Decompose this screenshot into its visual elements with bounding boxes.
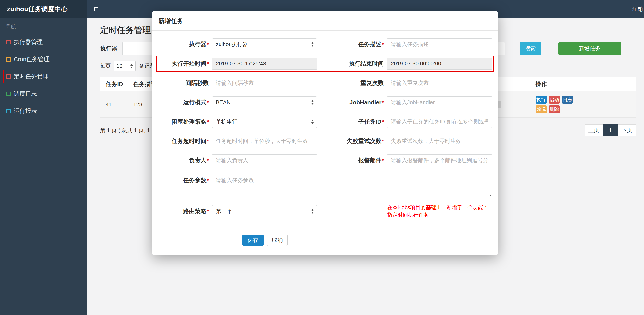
sidebar-item-label: Cron任务管理 xyxy=(14,55,50,63)
form-row-timeout-retry: 任务超时时间* 失败重试次数* xyxy=(158,135,492,147)
prev-page-button[interactable]: 上页 xyxy=(585,124,603,136)
select-caret-icon xyxy=(311,120,314,124)
end-time-input[interactable] xyxy=(387,58,492,70)
run-mode-label: 运行模式* xyxy=(158,99,209,106)
modal-footer: 保存 取消 xyxy=(152,229,498,255)
task-desc-input[interactable] xyxy=(387,38,492,50)
start-button[interactable]: 启动 xyxy=(549,96,560,104)
col-header-actions: 操作 xyxy=(530,80,636,88)
repeat-count-input[interactable] xyxy=(387,77,492,89)
alarm-email-label: 报警邮件* xyxy=(320,157,384,164)
repeat-count-label: 重复次数 xyxy=(320,79,384,87)
job-params-textarea[interactable] xyxy=(212,174,492,196)
per-page-select[interactable]: 10 xyxy=(114,61,136,71)
form-row-job-params: 任务参数* xyxy=(158,174,492,196)
nav-section-label: 导航 xyxy=(0,18,87,34)
executor-filter-label: 执行器 xyxy=(100,45,118,53)
executor-label: 执行器* xyxy=(158,41,209,48)
retry-count-input[interactable] xyxy=(387,135,492,147)
alarm-email-input[interactable] xyxy=(387,154,492,166)
edit-button[interactable]: 编辑 xyxy=(536,105,547,113)
sidebar-item-label: 调度日志 xyxy=(14,90,37,98)
child-job-input[interactable] xyxy=(387,116,492,128)
interval-label: 间隔秒数 xyxy=(158,79,209,87)
logout-link[interactable]: 注销 xyxy=(632,6,644,13)
job-params-label: 任务参数* xyxy=(158,176,209,184)
start-time-input[interactable] xyxy=(212,58,317,70)
save-button[interactable]: 保存 xyxy=(242,234,264,246)
next-page-button[interactable]: 下页 xyxy=(618,124,636,136)
sidebar-item-cron-task-manage[interactable]: Cron任务管理 xyxy=(0,51,87,68)
timeout-label: 任务超时时间* xyxy=(158,137,209,145)
brand-title: zuihou任务调度中心 xyxy=(0,0,87,18)
end-time-label: 执行结束时间 xyxy=(320,60,384,68)
form-row-block-childjob: 阻塞处理策略* 单机串行 子任务ID* xyxy=(158,116,492,128)
square-icon xyxy=(6,57,11,62)
form-row-interval-repeat: 间隔秒数 重复次数 xyxy=(158,77,492,89)
delete-button[interactable]: 删除 xyxy=(549,105,560,113)
jobhandler-input[interactable] xyxy=(387,96,492,108)
task-desc-label: 任务描述* xyxy=(320,41,384,48)
jobhandler-label: JobHandler* xyxy=(320,99,384,106)
route-strategy-select[interactable]: 第一个 xyxy=(212,205,317,217)
feature-note: 在xxl-jobs项目的基础上，新增了一个功能： 指定时间执行任务 xyxy=(387,204,492,219)
select-caret-icon xyxy=(130,64,133,68)
square-icon xyxy=(6,109,11,113)
select-caret-icon xyxy=(311,209,314,214)
search-button[interactable]: 搜索 xyxy=(520,42,541,55)
owner-label: 负责人* xyxy=(158,157,209,164)
per-page-value: 10 xyxy=(116,63,122,69)
square-icon xyxy=(6,40,11,44)
owner-input[interactable] xyxy=(212,154,317,166)
run-mode-select[interactable]: BEAN xyxy=(212,96,317,108)
sidebar-item-dispatch-logs[interactable]: 调度日志 xyxy=(0,85,87,102)
modal-header: 新增任务 xyxy=(152,11,498,31)
executor-select[interactable]: zuihou执行器 xyxy=(212,38,317,50)
start-time-label: 执行开始时间* xyxy=(158,60,209,68)
child-job-label: 子任务ID* xyxy=(320,118,384,126)
sidebar-item-executor-manage[interactable]: 执行器管理 xyxy=(0,34,87,51)
log-button[interactable]: 日志 xyxy=(562,96,573,104)
form-row-owner-alarm: 负责人* 报警邮件* xyxy=(158,154,492,166)
sidebar: 导航 执行器管理 Cron任务管理 定时任务管理 调度日志 运行报表 xyxy=(0,18,87,315)
sidebar-item-timed-task-manage[interactable]: 定时任务管理 xyxy=(0,68,87,85)
select-caret-icon xyxy=(311,42,314,47)
select-caret-icon xyxy=(311,100,314,105)
cell-task-id: 41 xyxy=(100,101,128,108)
sidebar-item-run-report[interactable]: 运行报表 xyxy=(0,102,87,120)
sidebar-item-label: 定时任务管理 xyxy=(14,73,48,81)
interval-input[interactable] xyxy=(212,77,317,89)
block-strategy-label: 阻塞处理策略* xyxy=(158,118,209,126)
collapse-menu-icon[interactable] xyxy=(94,7,98,11)
form-row-executor-desc: 执行器* zuihou执行器 任务描述* xyxy=(158,38,492,50)
cancel-button[interactable]: 取消 xyxy=(267,234,288,246)
form-row-exec-time: 执行开始时间* 执行结束时间 xyxy=(158,58,492,70)
page-summary: 第 1 页 ( 总共 1 页, 1 xyxy=(100,127,150,134)
current-page-button[interactable]: 1 xyxy=(603,124,618,136)
block-strategy-select[interactable]: 单机串行 xyxy=(212,116,317,128)
execute-button[interactable]: 执行 xyxy=(536,96,547,104)
retry-count-label: 失败重试次数* xyxy=(320,137,384,145)
square-icon xyxy=(6,75,11,79)
modal-title: 新增任务 xyxy=(158,18,183,24)
route-strategy-label: 路由策略* xyxy=(158,207,209,215)
row-actions: 执行 启动 日志 编辑 删除 xyxy=(536,96,576,113)
form-row-runmode-handler: 运行模式* BEAN JobHandler* xyxy=(158,96,492,108)
col-header-task-id: 任务ID xyxy=(100,80,128,88)
sidebar-item-label: 运行报表 xyxy=(14,107,37,115)
square-icon xyxy=(6,92,11,96)
add-task-modal: 新增任务 执行器* zuihou执行器 任务描述* 执行开始时间* 执行结束时间… xyxy=(152,11,498,255)
timeout-input[interactable] xyxy=(212,135,317,147)
modal-body: 执行器* zuihou执行器 任务描述* 执行开始时间* 执行结束时间 间隔秒数… xyxy=(152,31,498,229)
sidebar-item-label: 执行器管理 xyxy=(14,38,43,46)
per-page-prefix: 每页 xyxy=(100,62,111,70)
add-task-button[interactable]: 新增任务 xyxy=(558,42,621,55)
form-row-route-strategy: 路由策略* 第一个 在xxl-jobs项目的基础上，新增了一个功能： 指定时间执… xyxy=(158,204,492,219)
